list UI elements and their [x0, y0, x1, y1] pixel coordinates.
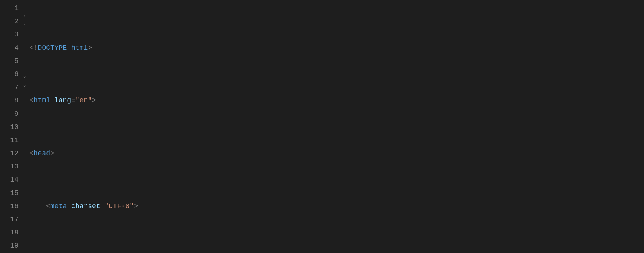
line-number: 16: [0, 200, 19, 213]
chevron-down-icon[interactable]: ⌄: [21, 72, 28, 81]
line-number: 12: [0, 147, 19, 160]
tag: meta: [50, 202, 67, 210]
code-line[interactable]: <head>: [29, 147, 644, 160]
line-number: 8: [0, 94, 19, 107]
code-editor[interactable]: 1 2 3 4 5 6 7 8 9 10 11 12 13 14 15 16 1…: [0, 0, 644, 253]
punct: >: [92, 97, 96, 104]
punct: >: [88, 44, 92, 52]
attr: charset: [71, 202, 101, 210]
string: "UTF-8": [105, 202, 134, 210]
line-number: 14: [0, 173, 19, 186]
line-number: 10: [0, 121, 19, 134]
code-content[interactable]: <!DOCTYPE html> <html lang="en"> <head> …: [28, 0, 644, 253]
space: [67, 202, 71, 210]
chevron-down-icon[interactable]: ⌄: [21, 81, 28, 90]
line-number: 19: [0, 239, 19, 252]
punct: <: [29, 97, 34, 104]
line-number: 2: [0, 15, 19, 28]
line-number: 3: [0, 28, 19, 41]
line-number: 17: [0, 213, 19, 226]
chevron-down-icon[interactable]: ⌄: [21, 10, 28, 19]
string: "en": [75, 97, 92, 104]
punct: >: [134, 202, 138, 210]
line-number: 6: [0, 68, 19, 81]
code-line[interactable]: <!DOCTYPE html>: [29, 41, 644, 54]
punct: >: [50, 149, 55, 157]
tag: head: [34, 149, 50, 157]
space: [67, 44, 71, 52]
line-number: 1: [0, 2, 19, 15]
punct: =: [71, 97, 75, 104]
code-line[interactable]: <html lang="en">: [29, 94, 644, 107]
punct: <: [29, 149, 34, 157]
fold-gutter: ⌄ ⌄ ⌄ ⌄: [21, 0, 28, 253]
punct: <: [46, 202, 50, 210]
line-number-gutter: 1 2 3 4 5 6 7 8 9 10 11 12 13 14 15 16 1…: [0, 0, 21, 253]
line-number: 18: [0, 226, 19, 239]
line-number: 5: [0, 54, 19, 68]
punct: =: [101, 202, 105, 210]
chevron-down-icon[interactable]: ⌄: [21, 19, 28, 28]
line-number: 15: [0, 187, 19, 200]
line-number: 4: [0, 41, 19, 54]
tag: html: [34, 97, 50, 104]
code-line[interactable]: <meta charset="UTF-8">: [29, 200, 644, 213]
doctype-kw: html: [71, 44, 88, 52]
doctype-kw: DOCTYPE: [38, 44, 67, 52]
space: [50, 97, 55, 104]
line-number: 11: [0, 134, 19, 147]
line-number: 7: [0, 81, 19, 94]
attr: lang: [55, 97, 71, 104]
punct: <!: [29, 44, 38, 52]
line-number: 9: [0, 107, 19, 121]
line-number: 13: [0, 160, 19, 173]
